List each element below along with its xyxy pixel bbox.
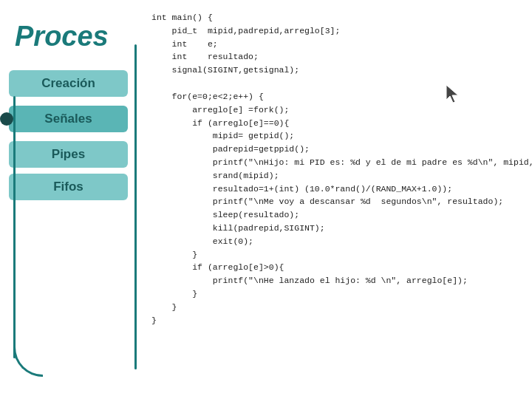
- sidebar-item-creacion[interactable]: Creación: [9, 70, 128, 97]
- sidebar-item-senales[interactable]: Señales: [9, 106, 128, 132]
- slide-container: Proces Creación Señales Pipes Fifos int …: [0, 0, 532, 399]
- sidebar-item-fifos[interactable]: Fifos: [9, 174, 128, 200]
- sidebar-line: [13, 96, 16, 358]
- active-bullet: [0, 112, 13, 126]
- sidebar-item-pipes[interactable]: Pipes: [9, 141, 128, 168]
- slide-title: Proces: [0, 13, 137, 67]
- sidebar-arc: [13, 347, 43, 377]
- main-content: int main() { pid_t mipid,padrepid,arregl…: [137, 0, 532, 399]
- code-content: int main() { pid_t mipid,padrepid,arregl…: [151, 11, 532, 327]
- sidebar: Proces Creación Señales Pipes Fifos: [0, 0, 137, 399]
